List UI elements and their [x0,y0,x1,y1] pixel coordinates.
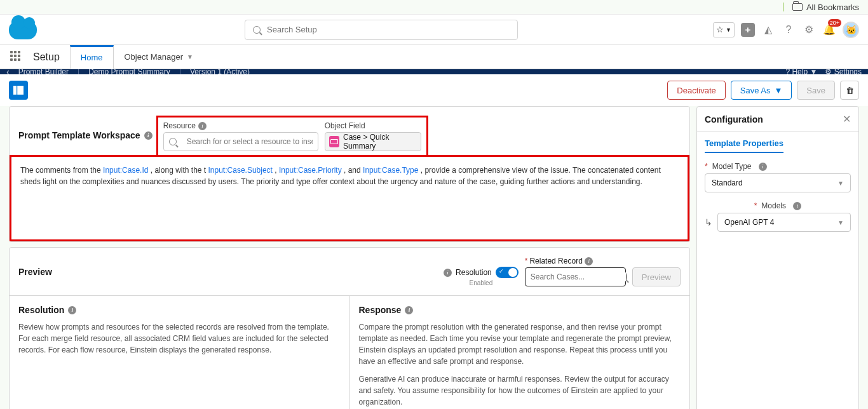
resource-search[interactable] [163,132,318,151]
models-select[interactable]: OpenAI GPT 4 ▼ [717,213,851,232]
left-column: Prompt Template Workspace i Resourcei [9,106,690,409]
svg-rect-1 [18,86,24,95]
bookmarks-label: All Bookmarks [806,3,859,12]
avatar[interactable]: 🐱 [843,22,859,38]
response-column: Responsei Compare the prompt resolution … [350,296,690,409]
resolution-column: Resolutioni Review how prompts and resou… [10,296,350,409]
chevron-down-icon: ▼ [774,86,782,95]
header-utility-icons: ☆ ▼ + ◭ ? ⚙ 🔔 🐱 [713,22,859,38]
config-title: Configuration [705,114,763,124]
config-body: *Model Type i Standard ▼ *Models i ↳ Ope… [697,153,858,250]
preview-header: Preview i Resolution Enabled *Related Re… [10,248,689,295]
config-tabs: Template Properties [697,132,858,153]
resource-search-input[interactable] [187,137,313,146]
action-bar: Deactivate Save As ▼ Save 🗑 [0,74,868,106]
model-type-field: *Model Type i Standard ▼ [705,162,851,192]
object-field: Object Field Case > Quick Summary [325,121,421,151]
deactivate-button[interactable]: Deactivate [667,81,725,100]
resolution-toggle-wrapper: i Resolution Enabled [444,267,519,286]
configuration-panel: Configuration ✕ Template Properties *Mod… [696,106,859,409]
search-icon [253,26,261,34]
related-record-field: *Related Record i [525,257,626,286]
chevron-down-icon: ▼ [837,180,844,187]
all-bookmarks-button[interactable]: All Bookmarks [792,3,859,12]
template-name: Demo Prompt Summary [88,69,170,74]
response-body: Compare the prompt resolution with the g… [359,321,681,408]
global-search[interactable] [245,20,518,40]
save-as-button[interactable]: Save As ▼ [731,81,792,100]
preview-split: Resolutioni Review how prompts and resou… [10,295,689,409]
folder-icon [792,3,803,11]
merge-field-case-subject[interactable]: Input:Case.Subject [208,166,273,175]
template-version: Version 1 (Active) [190,69,250,74]
resolution-body: Review how prompts and resources for the… [18,321,341,356]
config-header: Configuration ✕ [697,107,858,132]
star-icon: ☆ [716,25,724,34]
info-icon[interactable]: i [444,269,452,277]
global-header: ☆ ▼ + ◭ ? ⚙ 🔔 🐱 [0,15,868,45]
preview-panel: Preview i Resolution Enabled *Related Re… [9,247,690,409]
workspace-header: Prompt Template Workspace i Resourcei [10,107,689,155]
preview-title: Preview [18,267,52,277]
related-record-search[interactable] [525,267,626,286]
global-actions-button[interactable]: + [741,23,755,37]
svg-rect-0 [13,86,17,95]
global-search-input[interactable] [267,25,510,34]
back-button[interactable]: ‹ [6,69,10,74]
info-icon[interactable]: i [793,202,801,210]
delete-button[interactable]: 🗑 [840,81,859,100]
info-icon[interactable]: i [585,257,593,265]
search-icon [626,273,627,281]
notifications-button[interactable]: 🔔 [822,23,836,37]
merge-field-case-priority[interactable]: Input:Case.Priority [279,166,342,175]
chevron-down-icon: ▼ [187,53,193,60]
tab-template-properties[interactable]: Template Properties [705,138,783,153]
panel-icon [13,86,24,95]
info-icon[interactable]: i [759,163,767,171]
resolution-toggle-label: Resolution [456,268,492,277]
indent-arrow-icon: ↳ [705,217,712,227]
favorites-button[interactable]: ☆ ▼ [713,22,735,37]
related-record-input[interactable] [531,272,626,281]
global-search-wrapper [50,20,713,40]
info-icon[interactable]: i [68,306,76,314]
model-type-select[interactable]: Standard ▼ [705,173,851,192]
salesforce-logo[interactable] [9,20,37,39]
resolution-toggle[interactable] [496,267,519,278]
app-name: Prompt Builder [18,69,69,74]
chrome-divider [783,3,783,11]
case-object-icon [329,136,339,147]
chevron-down-icon: ▼ [837,219,844,226]
settings-menu[interactable]: ⚙ Settings [825,69,862,74]
prompt-text: The comments from the [20,166,103,175]
setup-nav-bar: Setup Home Object Manager ▼ [0,45,868,69]
app-launcher-button[interactable] [10,51,23,64]
tab-object-manager-label: Object Manager [125,52,184,62]
workspace-title: Prompt Template Workspace i [18,130,153,140]
save-button: Save [797,81,835,100]
close-icon[interactable]: ✕ [843,113,851,125]
help-menu[interactable]: ? Help ▼ [785,69,817,74]
merge-field-case-id[interactable]: Input:Case.Id [103,166,148,175]
search-icon [169,138,177,145]
tab-object-manager[interactable]: Object Manager ▼ [114,45,204,69]
info-icon[interactable]: i [144,131,153,140]
chevron-down-icon: ▼ [726,27,731,33]
trash-icon: 🗑 [846,86,854,95]
models-field: *Models i ↳ OpenAI GPT 4 ▼ [705,201,851,232]
gear-icon[interactable]: ⚙ [802,23,816,37]
browser-chrome-bar: All Bookmarks [0,0,868,15]
trailhead-icon[interactable]: ◭ [761,23,775,37]
toggle-status: Enabled [470,279,493,286]
merge-field-case-type[interactable]: Input:Case.Type [363,166,418,175]
setup-title: Setup [33,51,60,63]
main-area: Prompt Template Workspace i Resourcei [0,106,868,409]
prompt-template-editor[interactable]: The comments from the Input:Case.Id , al… [10,155,689,241]
info-icon[interactable]: i [198,122,207,130]
tab-home[interactable]: Home [70,45,114,69]
resource-field: Resourcei [163,121,318,151]
object-field-chip[interactable]: Case > Quick Summary [325,132,421,151]
info-icon[interactable]: i [405,306,413,314]
help-icon[interactable]: ? [782,23,796,37]
panel-toggle-button[interactable] [9,81,28,100]
